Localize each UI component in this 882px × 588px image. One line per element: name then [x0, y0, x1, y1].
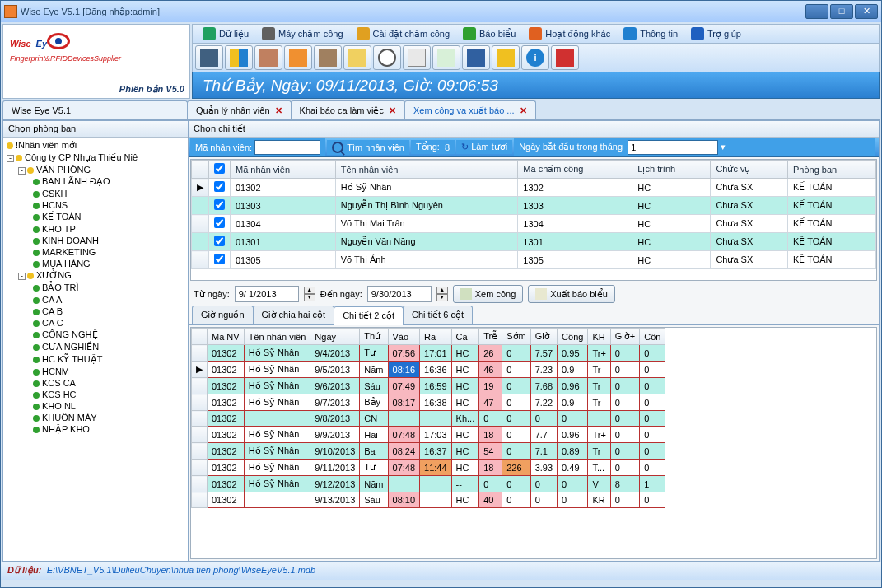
app-icon	[4, 5, 17, 18]
menu-Cài đặt chấm công[interactable]: Cài đặt chấm công	[350, 25, 456, 43]
tree-node[interactable]: -VĂN PHÒNG	[5, 164, 186, 175]
tab-0[interactable]: Wise Eye V5.1	[2, 100, 188, 119]
tree-node[interactable]: KHO NL	[5, 400, 186, 412]
employee-code-input[interactable]	[254, 140, 320, 155]
inner-tab-3[interactable]: Chi tiết 6 cột	[403, 306, 473, 324]
tool-person[interactable]	[492, 45, 520, 70]
to-date-input[interactable]	[367, 286, 432, 302]
tool-exit[interactable]	[551, 45, 579, 70]
inner-tab-0[interactable]: Giờ nguồn	[192, 306, 254, 324]
menu-Máy chấm công[interactable]: Máy chấm công	[255, 25, 350, 43]
tree-node[interactable]: BAN LÃNH ĐẠO	[5, 175, 186, 188]
menu-icon	[623, 27, 637, 40]
tool-group[interactable]	[314, 45, 342, 70]
from-date-input[interactable]	[235, 286, 299, 302]
tab-1[interactable]: Quản lý nhân viên✕	[187, 100, 292, 119]
filter-bar: Mã nhân viên: Tìm nhân viên Tổng: 8 ↻ Là…	[189, 138, 879, 157]
tree-node[interactable]: CÔNG NGHỆ	[5, 329, 186, 341]
export-icon	[535, 288, 547, 300]
tree-node[interactable]: !Nhân viên mới	[5, 139, 186, 152]
close-button[interactable]: ✕	[855, 4, 878, 19]
department-tree[interactable]: !Nhân viên mới-Công ty CP Nhựa Thiếu Niê…	[3, 138, 188, 561]
tree-node[interactable]: -Công ty CP Nhựa Thiếu Niê	[5, 152, 186, 164]
from-date-spinner[interactable]: ▲▼	[304, 287, 315, 301]
titlebar: Wise Eye V5.1 [Đăng nhập:admin] — □ ✕	[1, 1, 881, 22]
menu-Trợ giúp[interactable]: Trợ giúp	[684, 25, 748, 43]
search-employee[interactable]: Tìm nhân viên	[327, 140, 409, 155]
tree-node[interactable]: CA C	[5, 317, 186, 329]
main-menu: Dữ liệuMáy chấm côngCài đặt chấm côngBáo…	[192, 24, 880, 44]
bullet-icon	[33, 320, 40, 327]
bullet-icon	[33, 404, 40, 410]
tool-info[interactable]: i	[521, 45, 549, 70]
tree-node[interactable]: KHO TP	[5, 223, 186, 235]
tool-chart[interactable]	[284, 45, 312, 70]
maximize-button[interactable]: □	[830, 4, 853, 19]
menu-Hoạt động khác[interactable]: Hoạt động khác	[522, 25, 617, 43]
bullet-icon	[33, 238, 40, 245]
tab-close-icon[interactable]: ✕	[275, 105, 282, 116]
tree-node[interactable]: CSKH	[5, 188, 186, 199]
tab-3[interactable]: Xem công va xuất báo ...✕	[404, 100, 536, 119]
menu-Thông tin[interactable]: Thông tin	[617, 25, 684, 43]
tree-node[interactable]: KHUÔN MÁY	[5, 412, 186, 423]
bullet-icon	[27, 273, 34, 279]
bullet-icon	[33, 357, 40, 363]
document-tabs: Wise Eye V5.1Quản lý nhân viên✕Khai báo …	[2, 100, 880, 120]
tool-sync[interactable]	[225, 45, 253, 70]
tree-node[interactable]: KINH DOANH	[5, 235, 186, 246]
tool-calendar[interactable]	[403, 45, 431, 70]
tool-book[interactable]	[462, 45, 490, 70]
bullet-icon	[33, 179, 40, 185]
detail-header: Chọn chi tiết	[189, 121, 879, 138]
expand-icon[interactable]: -	[18, 273, 26, 280]
tree-node[interactable]: KCS HC	[5, 389, 186, 400]
tree-node[interactable]: CƯA NGHIỀN	[5, 341, 186, 353]
tab-close-icon[interactable]: ✕	[389, 105, 396, 116]
expand-icon[interactable]: -	[7, 155, 14, 162]
tool-clock[interactable]	[373, 45, 401, 70]
tree-node[interactable]: MARKETING	[5, 246, 186, 258]
export-report-button[interactable]: Xuất báo biểu	[528, 285, 615, 303]
bullet-icon	[33, 332, 40, 338]
menu-icon	[203, 27, 216, 40]
tree-node[interactable]: KCS CA	[5, 377, 186, 389]
bullet-icon	[33, 191, 40, 198]
start-day-select[interactable]	[628, 140, 718, 155]
menu-icon	[262, 27, 275, 40]
tree-node[interactable]: CA A	[5, 294, 186, 306]
inner-tab-1[interactable]: Giờ chia hai cột	[253, 306, 335, 324]
window-title: Wise Eye V5.1 [Đăng nhập:admin]	[21, 7, 160, 17]
to-label: Đến ngày:	[320, 289, 362, 300]
tree-node[interactable]: -XƯỞNG	[5, 269, 186, 282]
menu-Dữ liệu[interactable]: Dữ liệu	[196, 25, 255, 43]
view-attendance-button[interactable]: Xem công	[453, 285, 524, 303]
tree-node[interactable]: HCNS	[5, 199, 186, 211]
attendance-detail-grid[interactable]: Mã NVTên nhân viênNgàyThứVàoRaCaTrễSớmGi…	[190, 327, 877, 559]
total-count: Tổng: 8	[411, 140, 455, 154]
tree-node[interactable]: KẾ TOÁN	[5, 211, 186, 223]
expand-icon[interactable]: -	[18, 167, 26, 175]
tree-node[interactable]: BẢO TRÌ	[5, 282, 186, 294]
tab-close-icon[interactable]: ✕	[520, 105, 527, 116]
tree-node[interactable]: MUA HÀNG	[5, 258, 186, 269]
tool-edit[interactable]	[343, 45, 371, 70]
bullet-icon	[33, 297, 40, 304]
bullet-icon	[33, 415, 40, 422]
tab-2[interactable]: Khai báo ca làm việc✕	[291, 100, 405, 119]
menu-Báo biểu[interactable]: Báo biểu	[456, 25, 522, 43]
status-bar: Dữ liệu: E:\VBNET_V5.1\DulieuChuyen\nhua…	[1, 562, 881, 580]
employee-grid[interactable]: Mã nhân viênTên nhân viênMã chấm côngLịc…	[190, 159, 877, 281]
tree-node[interactable]: HC KỸ THUẬT	[5, 353, 186, 366]
tree-node[interactable]: NHẬP KHO	[5, 423, 186, 436]
minimize-button[interactable]: —	[805, 4, 828, 19]
to-date-spinner[interactable]: ▲▼	[436, 287, 448, 301]
tool-monitor[interactable]	[195, 45, 223, 70]
bullet-icon	[33, 427, 40, 433]
refresh-button[interactable]: ↻ Làm tươi	[456, 140, 512, 154]
inner-tab-2[interactable]: Chi tiết 2 cột	[334, 306, 404, 325]
tree-node[interactable]: HCNM	[5, 366, 186, 377]
tree-node[interactable]: CA B	[5, 306, 186, 317]
tool-users[interactable]	[254, 45, 282, 70]
tool-report[interactable]	[432, 45, 460, 70]
